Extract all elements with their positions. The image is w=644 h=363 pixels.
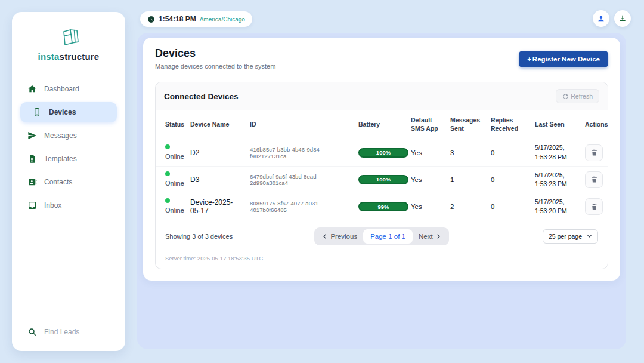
- replies-received-cell: 0: [487, 166, 531, 193]
- online-status-dot-icon: [165, 144, 170, 149]
- per-page-select[interactable]: 25 per page: [543, 229, 598, 244]
- devices-page-card: Devices Manage devices connected to the …: [143, 38, 620, 281]
- col-messages-sent: Messages Sent: [447, 110, 487, 139]
- per-page-value: 25 per page: [549, 233, 582, 240]
- sidebar-item-inbox[interactable]: Inbox: [20, 195, 117, 216]
- user-icon: [597, 14, 605, 23]
- chevron-left-icon: [322, 233, 328, 239]
- timezone-label: America/Chicago: [200, 16, 245, 23]
- last-seen-date: 5/17/2025,: [535, 171, 578, 180]
- export-button[interactable]: [614, 10, 631, 27]
- device-row: Online D3 6479dbcf-9a6f-43bd-8ead-2d990a…: [156, 166, 608, 193]
- sidebar-item-find-leads[interactable]: Find Leads: [27, 327, 110, 337]
- device-id-cell: 6479dbcf-9a6f-43bd-8ead-2d990a301ca4: [246, 166, 355, 193]
- page-indicator[interactable]: Page 1 of 1: [363, 229, 413, 244]
- sidebar-footer: Find Leads: [20, 316, 117, 351]
- battery-level-badge: 99%: [358, 202, 408, 211]
- delete-device-button[interactable]: [585, 171, 603, 188]
- page-subtitle: Manage devices connected to the system: [155, 63, 275, 70]
- sidebar-item-messages[interactable]: Messages: [20, 125, 117, 146]
- logo-wordmark: instastructure: [12, 51, 125, 61]
- battery-cell: 100%: [355, 139, 407, 166]
- sidebar-item-templates[interactable]: Templates: [20, 149, 117, 169]
- trash-icon: [590, 203, 598, 211]
- sidebar-item-devices[interactable]: Devices: [20, 102, 117, 122]
- replies-received-cell: 0: [487, 193, 531, 220]
- refresh-icon: [562, 93, 569, 100]
- sidebar-item-label: Devices: [49, 108, 76, 116]
- sidebar-nav: Dashboard Devices Messages Templates Con…: [12, 70, 125, 316]
- download-icon: [618, 14, 627, 23]
- default-sms-cell: Yes: [407, 166, 447, 193]
- col-actions: Actions: [581, 110, 608, 139]
- last-seen-date: 5/17/2025,: [535, 198, 578, 207]
- device-name-cell: Device-2025-05-17: [187, 193, 246, 220]
- delete-device-button[interactable]: [585, 144, 603, 161]
- trash-icon: [590, 176, 598, 183]
- sidebar-item-label: Templates: [44, 155, 77, 163]
- next-page-button[interactable]: Next: [413, 229, 447, 244]
- default-sms-cell: Yes: [407, 193, 447, 220]
- device-name-cell: D3: [187, 166, 246, 193]
- battery-cell: 100%: [355, 166, 407, 193]
- online-status-dot-icon: [165, 171, 170, 176]
- device-id-cell: 80859175-8f67-4077-a031-4017b0f66485: [246, 193, 355, 220]
- actions-cell: [581, 166, 608, 193]
- device-row: Online Device-2025-05-17 80859175-8f67-4…: [156, 193, 608, 220]
- sidebar: instastructure Dashboard Devices Message…: [12, 12, 125, 351]
- register-new-device-button[interactable]: +Register New Device: [519, 51, 608, 67]
- showing-count-label: Showing 3 of 3 devices: [165, 233, 314, 240]
- status-label: Online: [165, 180, 184, 187]
- sidebar-item-label: Dashboard: [44, 85, 79, 93]
- replies-received-cell: 0: [487, 139, 531, 166]
- trash-icon: [590, 149, 598, 156]
- inbox-icon: [27, 201, 37, 210]
- battery-level-badge: 100%: [358, 175, 408, 184]
- last-seen-cell: 5/17/2025, 1:53:20 PM: [531, 193, 581, 220]
- table-footer: Showing 3 of 3 devices Previous Page 1 o…: [156, 220, 608, 251]
- status-cell: Online: [156, 193, 187, 220]
- refresh-button[interactable]: Refresh: [556, 89, 599, 103]
- status-cell: Online: [156, 139, 187, 166]
- sidebar-item-label: Messages: [44, 131, 77, 140]
- col-default-sms: Default SMS App: [407, 110, 447, 139]
- online-status-dot-icon: [165, 198, 170, 203]
- default-sms-cell: Yes: [407, 139, 447, 166]
- chevron-right-icon: [435, 233, 441, 239]
- connected-devices-title: Connected Devices: [164, 92, 239, 101]
- page-title: Devices: [155, 47, 275, 60]
- battery-cell: 99%: [355, 193, 407, 220]
- home-icon: [27, 84, 37, 94]
- delete-device-button[interactable]: [585, 198, 603, 215]
- sidebar-item-label: Contacts: [44, 178, 72, 186]
- messages-sent-cell: 3: [447, 139, 487, 166]
- search-icon: [27, 327, 37, 337]
- battery-level-badge: 100%: [358, 148, 408, 158]
- status-label: Online: [165, 207, 184, 214]
- main-content-area: Devices Manage devices connected to the …: [137, 33, 626, 349]
- messages-sent-cell: 2: [447, 193, 487, 220]
- chevron-down-icon: [587, 233, 592, 239]
- last-seen-time: 1:53:28 PM: [535, 153, 578, 162]
- previous-page-button[interactable]: Previous: [316, 229, 363, 244]
- col-id: ID: [246, 110, 355, 139]
- sidebar-item-dashboard[interactable]: Dashboard: [20, 79, 117, 99]
- connected-devices-header: Connected Devices Refresh: [156, 82, 608, 110]
- table-body: Online D2 416b85c7-b3bb-4b46-9d84-f98212…: [156, 139, 608, 220]
- last-seen-date: 5/17/2025,: [535, 143, 578, 152]
- sidebar-item-contacts[interactable]: Contacts: [20, 172, 117, 192]
- table-header-row: Status Device Name ID Battery Default SM…: [156, 110, 608, 139]
- last-seen-time: 1:53:23 PM: [535, 180, 578, 189]
- last-seen-cell: 5/17/2025, 1:53:28 PM: [531, 139, 581, 166]
- page-header-text: Devices Manage devices connected to the …: [155, 47, 275, 70]
- actions-cell: [581, 139, 608, 166]
- logo: instastructure: [12, 12, 125, 70]
- contact-card-icon: [27, 177, 37, 187]
- status-label: Online: [165, 153, 184, 160]
- col-last-seen: Last Seen: [531, 110, 581, 139]
- actions-cell: [581, 193, 608, 220]
- col-status: Status: [156, 110, 187, 139]
- status-cell: Online: [156, 166, 187, 193]
- find-leads-label: Find Leads: [44, 328, 79, 336]
- account-button[interactable]: [593, 10, 609, 27]
